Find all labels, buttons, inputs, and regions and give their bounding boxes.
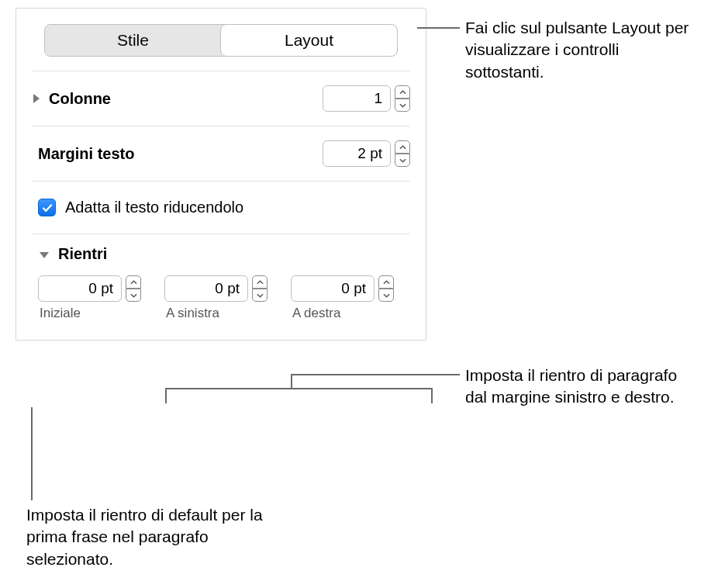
columns-step-down[interactable] (395, 99, 410, 112)
chevron-up-icon (257, 280, 264, 285)
columns-label: Colonne (49, 90, 323, 108)
chevron-up-icon (399, 90, 406, 95)
indent-first-step-up[interactable] (126, 275, 141, 289)
indent-right-input[interactable] (291, 275, 375, 302)
indent-left-column: A sinistra (164, 275, 268, 321)
layout-panel: Stile Layout Colonne Margini testo (16, 8, 426, 341)
callout-line (417, 27, 460, 29)
chevron-up-icon (383, 280, 390, 285)
indent-first-column: Iniziale (38, 275, 141, 321)
callout-first-line: Imposta il rientro di default per la pri… (26, 504, 274, 570)
chevron-down-icon (399, 158, 406, 163)
callout-line (431, 388, 433, 403)
indent-right-stepper (291, 275, 394, 302)
indent-first-stepper (38, 275, 141, 302)
chevron-down-icon (383, 293, 390, 298)
callout-line (165, 388, 167, 403)
tab-style-label: Stile (117, 31, 149, 50)
indent-right-label: A destra (291, 306, 394, 321)
text-margins-step-up[interactable] (395, 140, 410, 154)
indent-left-stepper (164, 275, 268, 302)
shrink-text-label: Adatta il testo riducendolo (65, 199, 243, 216)
indent-left-stepper-buttons (252, 275, 268, 302)
callout-layout-button: Fai clic sul pulsante Layout per visuali… (465, 17, 690, 83)
text-margins-input[interactable] (323, 140, 391, 167)
chevron-up-icon (130, 280, 137, 285)
indent-left-input[interactable] (164, 275, 248, 302)
columns-input[interactable] (323, 85, 391, 112)
columns-stepper (323, 85, 410, 112)
indent-left-step-up[interactable] (252, 275, 268, 289)
columns-row: Colonne (16, 71, 426, 126)
tab-layout-label: Layout (285, 31, 333, 50)
text-margins-step-down[interactable] (395, 154, 410, 167)
indent-first-input[interactable] (38, 275, 122, 302)
callout-line (165, 388, 432, 389)
chevron-down-icon (399, 103, 406, 108)
chevron-down-icon (130, 293, 137, 298)
shrink-text-row: Adatta il testo riducendolo (16, 182, 426, 233)
shrink-text-checkbox[interactable] (38, 199, 56, 216)
chevron-up-icon (399, 145, 406, 150)
indent-first-step-down[interactable] (126, 289, 141, 302)
indent-right-step-up[interactable] (378, 275, 394, 289)
tabs-segmented: Stile Layout (44, 24, 398, 57)
text-margins-stepper (323, 140, 410, 167)
checkmark-icon (41, 202, 54, 214)
text-margins-stepper-buttons (395, 140, 410, 167)
indent-right-stepper-buttons (378, 275, 394, 302)
indent-right-column: A destra (291, 275, 394, 321)
indent-first-stepper-buttons (126, 275, 141, 302)
chevron-right-icon[interactable] (33, 90, 49, 108)
callout-line (291, 374, 460, 375)
callout-left-right: Imposta il rientro di paragrafo dal marg… (465, 365, 698, 409)
chevron-down-icon (257, 293, 264, 298)
indent-right-step-down[interactable] (378, 289, 394, 302)
callout-line (31, 407, 33, 500)
tab-style[interactable]: Stile (45, 25, 221, 56)
callout-line (291, 374, 292, 389)
indent-left-step-down[interactable] (252, 289, 268, 302)
indent-first-label: Iniziale (38, 306, 141, 321)
columns-step-up[interactable] (395, 85, 410, 99)
indents-label: Rientri (58, 245, 107, 263)
chevron-down-icon[interactable] (40, 245, 58, 263)
tab-layout[interactable]: Layout (220, 25, 397, 56)
text-margins-row: Margini testo (16, 126, 426, 181)
indents-header: Rientri (16, 234, 426, 263)
indent-controls: Iniziale A sinistra A destra (16, 263, 426, 324)
text-margins-label: Margini testo (38, 145, 323, 163)
columns-stepper-buttons (395, 85, 410, 112)
indent-left-label: A sinistra (164, 306, 268, 321)
